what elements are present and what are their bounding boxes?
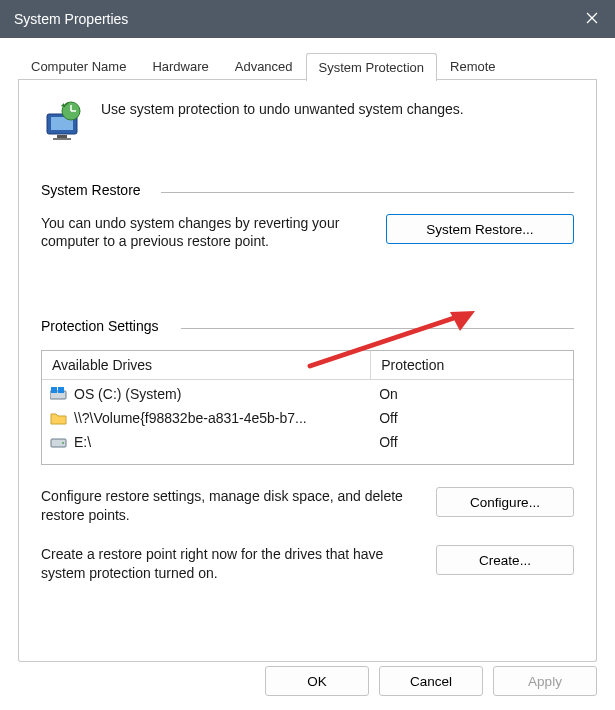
system-properties-window: System Properties Computer Name Hardware…: [0, 0, 615, 710]
svg-marker-5: [61, 103, 64, 107]
drive-protection: Off: [371, 410, 573, 426]
apply-button[interactable]: Apply: [493, 666, 597, 696]
folder-icon: [50, 409, 68, 427]
drive-name: \\?\Volume{f98832be-a831-4e5b-b7...: [74, 410, 307, 426]
content-area: Computer Name Hardware Advanced System P…: [0, 38, 615, 710]
drive-protection: Off: [371, 434, 573, 450]
svg-point-10: [62, 442, 64, 444]
drive-os-icon: [50, 385, 68, 403]
create-button[interactable]: Create...: [436, 545, 574, 575]
tab-hardware[interactable]: Hardware: [139, 53, 221, 80]
system-restore-row: You can undo system changes by reverting…: [41, 214, 574, 250]
cancel-button[interactable]: Cancel: [379, 666, 483, 696]
tab-remote[interactable]: Remote: [437, 53, 509, 80]
column-header-drives[interactable]: Available Drives: [42, 351, 371, 379]
close-icon: [586, 11, 598, 27]
drive-icon: [50, 433, 68, 451]
close-button[interactable]: [569, 0, 615, 38]
dialog-button-bar: OK Cancel Apply: [265, 666, 597, 696]
svg-rect-2: [57, 135, 67, 138]
tab-bar: Computer Name Hardware Advanced System P…: [18, 50, 597, 80]
svg-rect-7: [51, 387, 57, 393]
tab-system-protection[interactable]: System Protection: [306, 53, 438, 81]
ok-button[interactable]: OK: [265, 666, 369, 696]
intro-text: Use system protection to undo unwanted s…: [101, 98, 464, 118]
tab-advanced[interactable]: Advanced: [222, 53, 306, 80]
create-text: Create a restore point right now for the…: [41, 545, 418, 583]
intro-row: Use system protection to undo unwanted s…: [41, 98, 574, 144]
configure-text: Configure restore settings, manage disk …: [41, 487, 418, 525]
system-restore-button[interactable]: System Restore...: [386, 214, 574, 244]
configure-row: Configure restore settings, manage disk …: [41, 487, 574, 525]
window-title: System Properties: [14, 11, 569, 27]
drives-table-body: OS (C:) (System) On \\?\Volume{f98832be-…: [42, 380, 573, 464]
titlebar: System Properties: [0, 0, 615, 38]
drive-name: E:\: [74, 434, 91, 450]
svg-rect-3: [53, 138, 71, 140]
system-restore-desc: You can undo system changes by reverting…: [41, 214, 368, 250]
shield-monitor-icon: [41, 98, 87, 144]
table-row[interactable]: OS (C:) (System) On: [42, 382, 573, 406]
svg-rect-8: [58, 387, 64, 393]
drive-name: OS (C:) (System): [74, 386, 181, 402]
table-row[interactable]: \\?\Volume{f98832be-a831-4e5b-b7... Off: [42, 406, 573, 430]
drives-table: Available Drives Protection OS (C:) (Sys…: [41, 350, 574, 465]
column-header-protection[interactable]: Protection: [371, 351, 573, 379]
drive-protection: On: [371, 386, 573, 402]
table-row[interactable]: E:\ Off: [42, 430, 573, 454]
configure-button[interactable]: Configure...: [436, 487, 574, 517]
create-row: Create a restore point right now for the…: [41, 545, 574, 583]
drives-table-header: Available Drives Protection: [42, 351, 573, 380]
group-system-restore-label: System Restore: [41, 182, 574, 200]
group-protection-settings-label: Protection Settings: [41, 318, 574, 336]
tab-computer-name[interactable]: Computer Name: [18, 53, 139, 80]
tab-panel: Use system protection to undo unwanted s…: [18, 80, 597, 662]
